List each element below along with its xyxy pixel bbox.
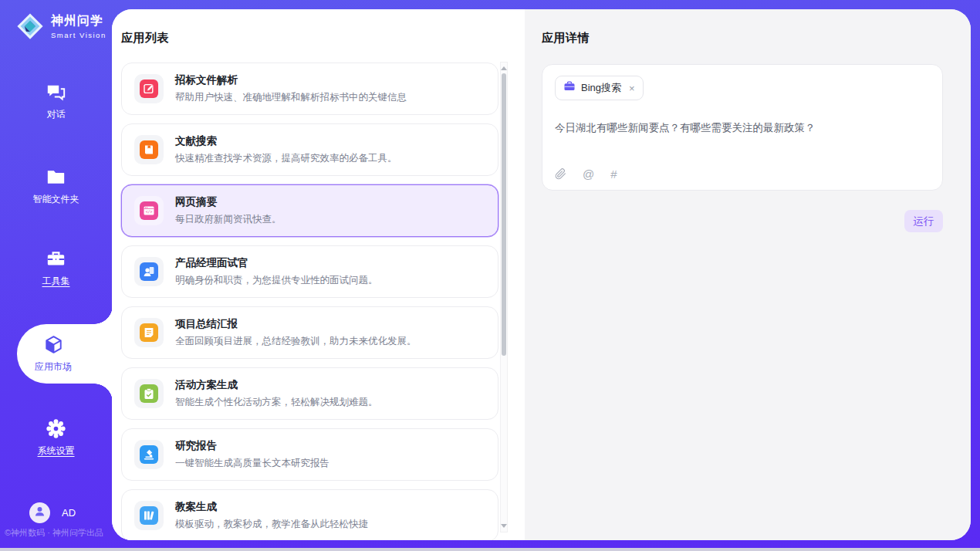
avatar [29,502,50,523]
app-icon-box [134,501,164,530]
chat-icon [46,82,66,103]
app-card-title: 网页摘要 [175,195,282,209]
app-card-description: 帮助用户快速、准确地理解和解析招标书中的关键信息 [175,91,407,104]
toolbox-icon [46,248,66,269]
app-icon-box [134,74,164,103]
app-card[interactable]: 产品经理面试官 明确身份和职责，为您提供专业性的面试问题。 [121,245,498,298]
sidebar-item-chat[interactable]: 对话 [0,77,112,125]
sidebar-item-label: 工具集 [42,275,70,288]
pen-edit-icon [140,79,158,98]
app-card[interactable]: </> 网页摘要 每日政府新闻资讯快查。 [121,184,498,237]
briefcase-icon [563,80,576,96]
tool-tag-label: Bing搜索 [581,81,621,95]
scroll-down-icon[interactable] [501,524,507,528]
input-actions: @ # [555,167,617,181]
user-initials: AD [62,507,76,519]
app-detail-title: 应用详情 [542,31,943,46]
scroll-up-icon[interactable] [501,66,507,70]
app-card-title: 研究报告 [175,439,329,453]
cube-icon [43,334,64,355]
sidebar-item-label: 对话 [47,108,66,121]
svg-text:</>: </> [146,210,153,214]
run-button[interactable]: 运行 [904,210,943,232]
tool-tag-bing-search[interactable]: Bing搜索 × [555,76,644,100]
query-text[interactable]: 今日湖北有哪些新闻要点？有哪些需要关注的最新政策？ [555,120,930,136]
app-card[interactable]: 教案生成 模板驱动，教案秒成，教学准备从此轻松快捷 [121,489,498,540]
sidebar-nav: 对话 智能文件夹 工具集 应用市场 系统设置 [0,0,112,486]
app-card[interactable]: 文献搜索 快速精准查找学术资源，提高研究效率的必备工具。 [121,123,498,176]
paperclip-icon[interactable] [555,168,566,180]
microscope-icon [140,445,158,464]
app-icon-box [134,440,164,469]
app-card-title: 教案生成 [175,500,368,514]
app-card[interactable]: 活动方案生成 智能生成个性化活动方案，轻松解决规划难题。 [121,367,498,420]
mention-icon[interactable]: @ [583,167,594,181]
topic-icon[interactable]: # [610,167,617,181]
app-card-title: 项目总结汇报 [175,317,417,331]
sidebar-item-system-settings[interactable]: 系统设置 [0,414,112,461]
sidebar: 神州问学 Smart Vision 对话 智能文件夹 工具集 应用市场 系统设置… [0,0,112,551]
sidebar-item-label: 智能文件夹 [33,193,79,206]
app-icon-box [134,257,164,286]
app-card-title: 文献搜索 [175,134,397,148]
scrollbar-thumb[interactable] [502,73,506,356]
app-detail-panel: 应用详情 Bing搜索 × 今日湖北有哪些新闻要点？有哪些需要关注的最新政策？ … [525,9,971,540]
scrollbar[interactable] [500,62,508,532]
app-card[interactable]: 招标文件解析 帮助用户快速、准确地理解和解析招标书中的关键信息 [121,63,498,115]
app-icon-box [134,379,164,408]
app-card-title: 产品经理面试官 [175,256,378,270]
app-icon-box [134,318,164,347]
sidebar-item-label: 应用市场 [35,360,72,374]
bottom-strip [0,548,980,551]
note-icon [140,323,158,342]
app-card-description: 明确身份和职责，为您提供专业性的面试问题。 [175,274,378,287]
app-card-title: 招标文件解析 [175,73,407,87]
browser-code-icon: </> [140,201,158,220]
app-card-description: 模板驱动，教案秒成，教学准备从此轻松快捷 [175,518,368,531]
app-card-list: 招标文件解析 帮助用户快速、准确地理解和解析招标书中的关键信息 文献搜索 快速精… [121,63,498,540]
sidebar-item-smart-folders[interactable]: 智能文件夹 [0,162,112,210]
user-account[interactable]: AD [29,502,76,523]
app-card-description: 每日政府新闻资讯快查。 [175,213,282,226]
app-card-description: 智能生成个性化活动方案，轻松解决规划难题。 [175,396,378,409]
app-window: 神州问学 Smart Vision 对话 智能文件夹 工具集 应用市场 系统设置… [0,0,980,551]
app-icon-box [134,135,164,164]
app-card[interactable]: 研究报告 一键智能生成高质量长文本研究报告 [121,428,498,481]
remove-tag-icon[interactable]: × [629,83,635,94]
prompt-input-card[interactable]: Bing搜索 × 今日湖北有哪些新闻要点？有哪些需要关注的最新政策？ @ # [542,64,943,191]
app-card-description: 一键智能生成高质量长文本研究报告 [175,457,329,470]
main-content: 应用列表 招标文件解析 帮助用户快速、准确地理解和解析招标书中的关键信息 文献搜… [112,9,971,540]
books-icon [140,506,158,525]
app-card-title: 活动方案生成 [175,378,378,392]
app-list-panel: 应用列表 招标文件解析 帮助用户快速、准确地理解和解析招标书中的关键信息 文献搜… [112,9,525,540]
person-icon [33,505,46,521]
book-icon [140,140,158,159]
copyright: ©神州数码 · 神州问学出品 [5,527,103,539]
app-card-description: 全面回顾项目进展，总结经验教训，助力未来优化发展。 [175,335,417,348]
clipboard-check-icon [140,384,158,403]
gear-icon [46,418,66,439]
folder-icon [46,167,66,188]
app-list-title: 应用列表 [121,31,525,46]
app-card[interactable]: 项目总结汇报 全面回顾项目进展，总结经验教训，助力未来优化发展。 [121,306,498,359]
sidebar-item-app-market[interactable]: 应用市场 [17,324,113,384]
sidebar-item-label: 系统设置 [38,445,75,458]
sidebar-item-toolset[interactable]: 工具集 [0,244,112,292]
app-card-description: 快速精准查找学术资源，提高研究效率的必备工具。 [175,152,397,165]
interviewer-icon [140,262,158,281]
app-icon-box: </> [134,196,164,225]
